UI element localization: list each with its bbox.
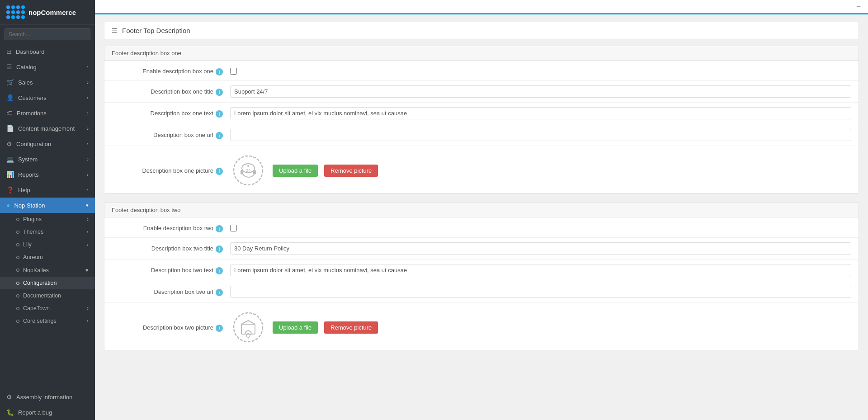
- help-icon-title-one[interactable]: i: [216, 89, 223, 96]
- input-text-two[interactable]: [230, 264, 851, 276]
- sidebar-item-dashboard[interactable]: ⊟ Dashboard: [0, 44, 95, 59]
- picture-placeholder-two: [230, 309, 266, 345]
- help-icon-picture-two[interactable]: i: [216, 325, 223, 332]
- picture-placeholder-one: 24: [230, 152, 266, 189]
- help-icon-enable-one[interactable]: i: [216, 68, 223, 76]
- sidebar-item-catalog[interactable]: ☰ Catalog ›: [0, 59, 95, 75]
- page-title: Footer Top Description: [122, 27, 190, 34]
- sidebar-sub-label: CapeTown: [23, 305, 50, 311]
- chevron-right-icon: ›: [87, 241, 89, 248]
- sidebar-item-promotions[interactable]: 🏷 Promotions ›: [0, 105, 95, 121]
- sub-dot-icon: [16, 218, 19, 221]
- customers-icon: 👤: [6, 94, 14, 101]
- help-icon-enable-two[interactable]: i: [216, 225, 223, 232]
- chevron-right-icon: ›: [87, 80, 89, 85]
- sidebar-item-assembly-information[interactable]: ⚙ Assembly information: [0, 389, 95, 405]
- label-enable-two: Enable description box two i: [112, 222, 229, 232]
- form-row-text-one: Description box one text i: [104, 103, 859, 124]
- input-url-one[interactable]: [230, 129, 851, 141]
- remove-picture-button-two[interactable]: Remove picture: [324, 321, 378, 334]
- logo-dots: [6, 5, 25, 19]
- configuration-icon: ⚙: [6, 140, 12, 147]
- upload-file-button-one[interactable]: Upload a file: [273, 165, 318, 177]
- sidebar-item-help[interactable]: ❓ Help ›: [0, 182, 95, 198]
- chevron-right-icon: ›: [87, 172, 89, 177]
- upload-file-button-two[interactable]: Upload a file: [273, 321, 318, 334]
- sidebar-item-label: Catalog: [16, 64, 37, 71]
- sidebar-search-input[interactable]: [5, 28, 90, 40]
- sidebar-item-configuration[interactable]: ⚙ Configuration ›: [0, 136, 95, 151]
- checkbox-enable-one[interactable]: [230, 68, 237, 75]
- label-title-two: Description box two title i: [112, 242, 229, 253]
- remove-picture-button-one[interactable]: Remove picture: [324, 165, 378, 177]
- label-enable-one: Enable description box one i: [112, 65, 229, 76]
- sidebar-sub-label: Aureum: [23, 254, 43, 260]
- control-text-one: [229, 107, 851, 119]
- chevron-down-icon: ▾: [85, 267, 89, 274]
- help-icon-url-one[interactable]: i: [216, 132, 223, 139]
- content-area: ☰ Footer Top Description Footer descript…: [95, 14, 868, 420]
- section-one-body: Enable description box one i Description…: [104, 61, 859, 193]
- sidebar-item-label: Customers: [18, 94, 47, 101]
- sidebar-item-aureum[interactable]: Aureum: [0, 251, 95, 264]
- sidebar-item-label: System: [18, 156, 38, 163]
- form-row-enable-two: Enable description box two i: [104, 217, 859, 238]
- chevron-right-icon: ›: [87, 229, 89, 235]
- sidebar-item-system[interactable]: 💻 System ›: [0, 151, 95, 167]
- sidebar-item-nopkalles[interactable]: NopKalles ▾: [0, 264, 95, 277]
- form-row-text-two: Description box two text i: [104, 260, 859, 281]
- chevron-right-icon: ›: [87, 187, 89, 193]
- help-icon-title-two[interactable]: i: [216, 245, 223, 253]
- checkbox-enable-two[interactable]: [230, 225, 237, 231]
- sidebar-item-documentation[interactable]: Documentation: [0, 289, 95, 302]
- dashboard-icon: ⊟: [6, 48, 12, 55]
- label-text-one: Description box one text i: [112, 107, 229, 118]
- sidebar-item-label: Configuration: [16, 141, 51, 147]
- sidebar-sub-label: NopKalles: [23, 267, 49, 274]
- sub-dot-icon: [16, 243, 19, 246]
- input-text-one[interactable]: [230, 107, 851, 119]
- label-picture-two: Description box two picture i: [112, 321, 229, 332]
- bug-icon: 🐛: [6, 409, 14, 416]
- content-icon: 📄: [6, 125, 14, 132]
- sidebar-item-content-management[interactable]: 📄 Content management ›: [0, 121, 95, 136]
- help-icon-text-two[interactable]: i: [216, 267, 223, 274]
- svg-point-4: [247, 165, 249, 167]
- section-two-body: Enable description box two i Description…: [104, 217, 859, 350]
- sidebar-sub-label: Themes: [23, 229, 43, 235]
- reports-icon: 📊: [6, 171, 14, 178]
- sidebar-item-reports[interactable]: 📊 Reports ›: [0, 167, 95, 182]
- input-url-two[interactable]: [230, 286, 851, 298]
- help-icon-text-one[interactable]: i: [216, 110, 223, 118]
- sidebar-sub-label: Documentation: [23, 293, 61, 299]
- sidebar-item-nop-station[interactable]: ● Nop Station ▾: [0, 198, 95, 213]
- section-card-two: Footer description box two Enable descri…: [104, 203, 859, 350]
- sidebar-sub-label: Configuration: [23, 280, 57, 286]
- input-title-one[interactable]: [230, 85, 851, 98]
- control-picture-one: 24 Upload a file Remove picture: [229, 151, 851, 189]
- sidebar-item-label: Help: [18, 187, 30, 193]
- control-url-two: [229, 286, 851, 298]
- sidebar-item-core-settings[interactable]: Core settings ›: [0, 315, 95, 327]
- sidebar-item-plugins[interactable]: Plugins ›: [0, 213, 95, 226]
- label-text-two: Description box two text i: [112, 264, 229, 274]
- sidebar-item-lily[interactable]: Lily ›: [0, 238, 95, 251]
- input-title-two[interactable]: [230, 242, 851, 255]
- sidebar-item-customers[interactable]: 👤 Customers ›: [0, 90, 95, 105]
- sidebar-item-sales[interactable]: 🛒 Sales ›: [0, 75, 95, 90]
- sidebar-item-label: Promotions: [17, 110, 47, 117]
- sub-dot-icon: [16, 269, 19, 272]
- form-row-url-one: Description box one url i: [104, 124, 859, 146]
- chevron-right-icon: ›: [87, 305, 89, 311]
- svg-rect-3: [253, 170, 256, 175]
- help-icon-picture-one[interactable]: i: [216, 168, 223, 175]
- catalog-icon: ☰: [6, 63, 12, 71]
- sidebar-item-report-a-bug[interactable]: 🐛 Report a bug: [0, 405, 95, 420]
- sidebar-item-capetown[interactable]: CapeTown ›: [0, 302, 95, 315]
- svg-rect-7: [241, 324, 255, 334]
- sidebar-item-label: Assembly information: [16, 394, 72, 401]
- help-icon-url-two[interactable]: i: [216, 289, 223, 296]
- minimize-button[interactable]: −: [857, 3, 861, 10]
- sidebar-item-themes[interactable]: Themes ›: [0, 226, 95, 238]
- sidebar-item-configuration-sub[interactable]: Configuration: [0, 277, 95, 289]
